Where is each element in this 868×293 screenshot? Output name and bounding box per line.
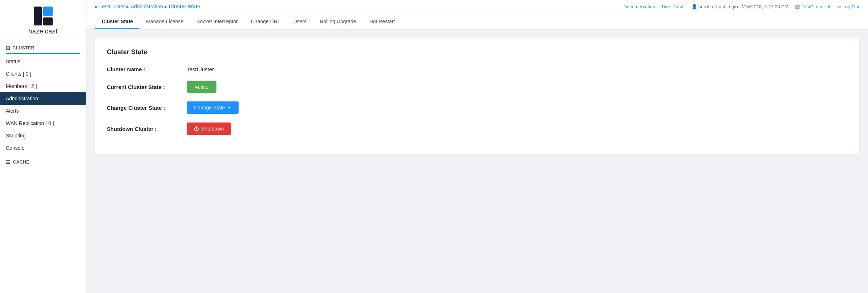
cluster-name-row: Cluster Name : TestCluster	[107, 66, 848, 72]
cluster-dropdown-icon: ▼	[827, 4, 831, 9]
sidebar-item-administration[interactable]: Administration	[0, 92, 86, 105]
logo-bar-left	[34, 7, 42, 25]
sidebar-item-alerts[interactable]: Alerts	[0, 105, 86, 117]
sidebar-item-status[interactable]: Status	[0, 55, 86, 68]
breadcrumb-testcluster[interactable]: TestCluster	[100, 4, 125, 9]
user-info: 👤 serdaro Last Login: 7/16/2018, 2:27:08…	[691, 4, 788, 9]
change-state-label: Change Cluster State :	[107, 105, 187, 111]
cluster-selector[interactable]: 🏢 TestCluster ▼	[794, 4, 831, 9]
content-area: Cluster State Cluster Name : TestCluster…	[86, 29, 868, 293]
current-state-label: Current Cluster State :	[107, 84, 187, 90]
power-icon: ⏻	[194, 126, 199, 132]
logo-square-bottom	[43, 17, 53, 25]
tabs-bar: Cluster State Manage License Socket Inte…	[95, 12, 859, 29]
sidebar: hazelcast ⊞ CLUSTER Status Clients [ 0 ]…	[0, 0, 86, 293]
logo-area: hazelcast	[0, 0, 86, 40]
last-login-value: 7/16/2018, 2:27:08 PM	[741, 4, 788, 9]
current-state-row: Current Cluster State : Active	[107, 81, 848, 93]
active-state-badge: Active	[187, 81, 216, 93]
topbar-upper: ▶ TestCluster ▶ Administration ▶ Cluster…	[95, 0, 859, 12]
breadcrumb-sep-3: ▶	[165, 5, 167, 9]
tab-socket-interceptor[interactable]: Socket Interceptor	[190, 15, 244, 29]
change-state-row: Change Cluster State : Change State ▼	[107, 101, 848, 114]
logout-icon: ⇒	[837, 4, 841, 9]
topbar-right: Documentation Time Travel 👤 serdaro Last…	[624, 4, 859, 9]
sidebar-item-clients[interactable]: Clients [ 0 ]	[0, 68, 86, 80]
logo-square-top	[43, 7, 53, 16]
time-travel-link[interactable]: Time Travel	[661, 4, 685, 9]
breadcrumb-cluster-state[interactable]: Cluster State	[169, 4, 200, 9]
tab-users[interactable]: Users	[287, 15, 313, 29]
tab-hot-restart[interactable]: Hot Restart	[363, 15, 402, 29]
breadcrumb-administration[interactable]: Administration	[131, 4, 163, 9]
page-title: Cluster State	[107, 48, 848, 56]
shutdown-button-label: Shutdown	[201, 126, 224, 132]
shutdown-label: Shutdown Cluster :	[107, 126, 187, 132]
sidebar-item-members[interactable]: Members [ 2 ]	[0, 80, 86, 92]
sidebar-item-console[interactable]: Console	[0, 142, 86, 154]
cluster-icon: ⊞	[6, 45, 11, 51]
sidebar-item-scripting[interactable]: Scripting	[0, 129, 86, 142]
change-state-button[interactable]: Change State ▼	[187, 101, 239, 114]
logout-button[interactable]: ⇒ Log Out	[837, 4, 859, 9]
tab-rolling-upgrade[interactable]: Rolling Upgrade	[313, 15, 362, 29]
tab-cluster-state[interactable]: Cluster State	[95, 15, 139, 29]
cluster-icon: 🏢	[794, 4, 800, 9]
breadcrumb: ▶ TestCluster ▶ Administration ▶ Cluster…	[95, 4, 200, 9]
topbar: ▶ TestCluster ▶ Administration ▶ Cluster…	[86, 0, 868, 29]
cluster-section-divider	[6, 53, 80, 54]
breadcrumb-sep-2: ▶	[126, 5, 129, 9]
main-area: ▶ TestCluster ▶ Administration ▶ Cluster…	[86, 0, 868, 293]
cache-section-label: ☰ CACHE	[0, 154, 86, 167]
last-login-label: Last Login:	[716, 4, 739, 9]
logout-label: Log Out	[843, 4, 859, 9]
logo-text: hazelcast	[28, 28, 58, 35]
username: serdaro	[699, 4, 715, 9]
content-card: Cluster State Cluster Name : TestCluster…	[95, 38, 859, 154]
shutdown-button[interactable]: ⏻ Shutdown	[187, 123, 231, 135]
breadcrumb-sep-1: ▶	[95, 5, 98, 9]
tab-change-url[interactable]: Change URL	[244, 15, 287, 29]
tab-manage-license[interactable]: Manage License	[139, 15, 190, 29]
cluster-name-label: Cluster Name :	[107, 66, 187, 72]
change-state-button-label: Change State	[194, 105, 225, 111]
cache-icon: ☰	[6, 159, 11, 165]
documentation-link[interactable]: Documentation	[624, 4, 655, 9]
logo-bar-right	[43, 7, 53, 25]
cluster-name-value: TestCluster	[187, 66, 214, 72]
sidebar-item-wan-replication[interactable]: WAN Replication [ 0 ]	[0, 117, 86, 129]
change-state-dropdown-arrow: ▼	[227, 105, 231, 110]
cluster-name: TestCluster	[802, 4, 825, 9]
shutdown-row: Shutdown Cluster : ⏻ Shutdown	[107, 123, 848, 135]
logo-icon	[34, 7, 53, 25]
cluster-section-label: ⊞ CLUSTER	[0, 40, 86, 53]
user-icon: 👤	[691, 4, 697, 9]
